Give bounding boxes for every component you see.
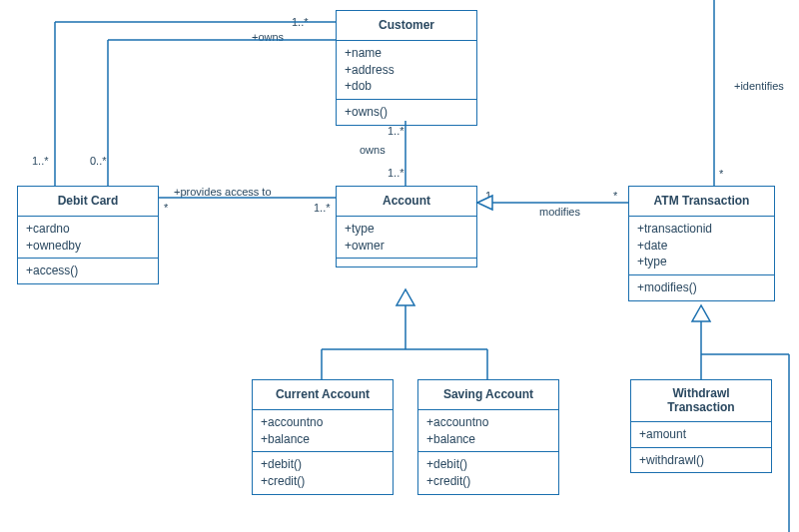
class-methods: +debit() +credit()	[418, 451, 558, 494]
class-name: Debit Card	[18, 187, 158, 216]
mult-label: 1	[485, 190, 491, 202]
class-attrs: +accountno +balance	[418, 409, 558, 452]
mult-label: *	[719, 168, 723, 180]
mult-label: *	[164, 202, 168, 214]
method: +modifies()	[637, 279, 766, 296]
method: +credit()	[426, 473, 550, 490]
class-methods: +access()	[18, 258, 158, 283]
method: +access()	[26, 263, 150, 279]
method: +debit()	[261, 456, 385, 473]
attr: +dob	[345, 78, 468, 95]
attr: +owner	[345, 238, 468, 255]
attr: +ownedby	[26, 238, 150, 255]
class-methods	[337, 258, 476, 266]
method: +owns()	[345, 104, 468, 121]
class-name: ATM Transaction	[629, 187, 774, 216]
class-saving-account: Saving Account +accountno +balance +debi…	[417, 379, 559, 495]
class-atm-transaction: ATM Transaction +transactionid +date +ty…	[628, 186, 775, 301]
attr: +accountno	[261, 414, 385, 431]
attr: +transactionid	[637, 221, 766, 238]
attr: +amount	[639, 426, 763, 443]
mult-label: 1..*	[388, 125, 404, 137]
mult-label: 0..*	[90, 155, 107, 167]
attr: +balance	[261, 431, 385, 448]
class-attrs: +transactionid +date +type	[629, 216, 774, 274]
mult-label: 1..*	[292, 16, 309, 28]
method: +credit()	[261, 473, 385, 490]
attr: +balance	[426, 431, 550, 448]
attr: +type	[345, 221, 468, 238]
class-methods: +withdrawl()	[631, 447, 771, 473]
attr: +name	[345, 45, 468, 62]
class-customer: Customer +name +address +dob +owns()	[336, 10, 477, 126]
attr: +type	[637, 254, 766, 270]
assoc-label: +provides access to	[174, 186, 272, 198]
mult-label: *	[613, 190, 617, 202]
mult-label: 1..*	[388, 167, 404, 179]
class-methods: +debit() +credit()	[253, 451, 393, 494]
class-attrs: +amount	[631, 421, 771, 447]
svg-marker-14	[692, 305, 710, 321]
class-attrs: +name +address +dob	[337, 40, 476, 99]
assoc-label: +identifies	[734, 80, 784, 92]
attr: +date	[637, 238, 766, 255]
method: +withdrawl()	[639, 452, 763, 469]
class-withdrawl-transaction: Withdrawl Transaction +amount +withdrawl…	[630, 379, 772, 473]
class-name: Withdrawl Transaction	[631, 380, 771, 421]
class-debit-card: Debit Card +cardno +ownedby +access()	[17, 186, 159, 284]
mult-label: 1..*	[314, 202, 331, 214]
class-name: Account	[337, 187, 476, 216]
attr: +accountno	[426, 414, 550, 431]
method: +debit()	[426, 456, 550, 473]
class-name: Current Account	[253, 380, 393, 409]
class-name: Saving Account	[418, 380, 558, 409]
attr: +address	[345, 62, 468, 79]
class-account: Account +type +owner	[336, 186, 477, 267]
class-methods: +modifies()	[629, 274, 774, 300]
assoc-label: owns	[360, 144, 386, 156]
mult-label: 1..*	[32, 155, 49, 167]
class-current-account: Current Account +accountno +balance +deb…	[252, 379, 394, 495]
assoc-label: modifies	[539, 206, 580, 218]
class-methods: +owns()	[337, 99, 476, 125]
class-name: Customer	[337, 11, 476, 40]
assoc-label: +owns	[252, 31, 284, 43]
class-attrs: +cardno +ownedby	[18, 216, 158, 259]
class-attrs: +accountno +balance	[253, 409, 393, 452]
class-attrs: +type +owner	[337, 216, 476, 259]
attr: +cardno	[26, 221, 150, 238]
svg-marker-9	[397, 289, 414, 305]
